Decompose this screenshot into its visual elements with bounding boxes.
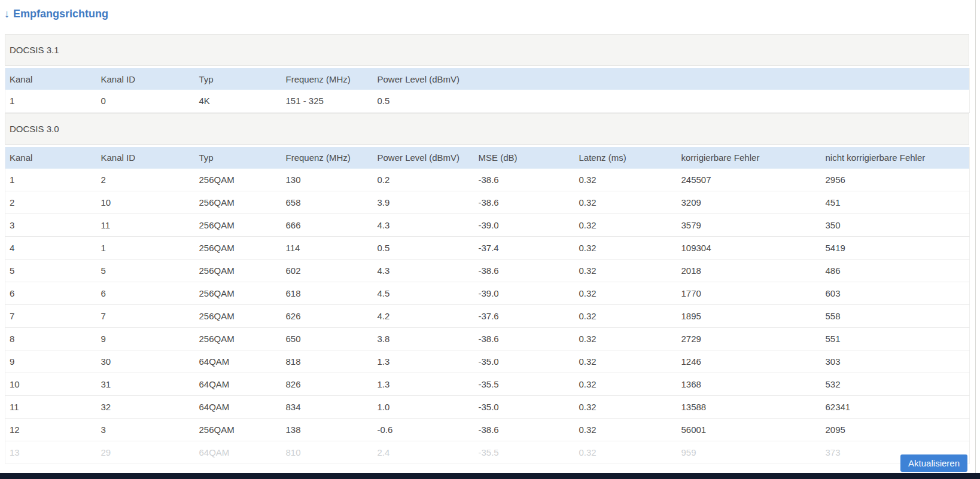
table-cell: 10 <box>97 191 195 214</box>
column-header <box>677 68 821 90</box>
table-cell: 0.32 <box>575 373 677 396</box>
table-cell: 2.4 <box>373 441 474 464</box>
table-cell: 256QAM <box>195 419 282 441</box>
column-header: nicht korrigierbare Fehler <box>821 147 970 169</box>
table-cell: 0.5 <box>373 237 474 260</box>
section-header: DOCSIS 3.1 <box>5 34 969 66</box>
column-header <box>575 68 677 90</box>
refresh-button[interactable]: Aktualisieren <box>900 454 967 472</box>
table-cell: -37.4 <box>474 237 575 260</box>
table-cell: -35.5 <box>474 441 575 464</box>
table-cell: 1895 <box>677 305 821 328</box>
table-cell: 1 <box>5 169 97 191</box>
table-cell: 62341 <box>821 396 970 419</box>
table-cell: 7 <box>5 305 97 328</box>
table-cell: 0.32 <box>575 396 677 419</box>
table-cell: 64QAM <box>195 350 282 373</box>
table-cell: -38.6 <box>474 419 575 441</box>
table-cell: 602 <box>282 260 373 282</box>
column-header: Power Level (dBmV) <box>373 147 474 169</box>
table-cell: 7 <box>97 305 195 328</box>
page-title[interactable]: ↓Empfangsrichtung <box>4 8 108 20</box>
section-header: DOCSIS 3.0 <box>5 113 969 145</box>
table-cell <box>474 90 575 112</box>
table-cell: 2 <box>97 169 195 191</box>
table-cell: 31 <box>97 373 195 396</box>
table-cell: 64QAM <box>195 373 282 396</box>
table-cell: 650 <box>282 328 373 350</box>
table-row: 113264QAM8341.0-35.00.321358862341 <box>5 396 970 419</box>
bottom-bar <box>0 473 980 479</box>
table-cell: 1246 <box>677 350 821 373</box>
table-cell: 3209 <box>677 191 821 214</box>
table-cell: 834 <box>282 396 373 419</box>
table-row: 93064QAM8181.3-35.00.321246303 <box>5 350 970 373</box>
table-cell: 4K <box>195 90 282 112</box>
table-cell: 603 <box>821 282 970 305</box>
table-row: 77256QAM6264.2-37.60.321895558 <box>5 305 970 328</box>
table-cell: 151 - 325 <box>282 90 373 112</box>
table-cell: 64QAM <box>195 396 282 419</box>
column-header: MSE (dB) <box>474 147 575 169</box>
table-cell: 2729 <box>677 328 821 350</box>
table-cell: 32 <box>97 396 195 419</box>
table-cell: 1.3 <box>373 350 474 373</box>
table-cell: -39.0 <box>474 282 575 305</box>
table-row: 12256QAM1300.2-38.60.322455072956 <box>5 169 970 191</box>
table-cell: 3 <box>97 419 195 441</box>
channel-tables: DOCSIS 3.1KanalKanal IDTypFrequenz (MHz)… <box>5 34 969 464</box>
table-cell: 5419 <box>821 237 970 260</box>
table-cell: 12 <box>5 419 97 441</box>
table-cell: 130 <box>282 169 373 191</box>
table-cell: 56001 <box>677 419 821 441</box>
table-row: 104K151 - 3250.5 <box>5 90 970 112</box>
table-cell: 0.32 <box>575 260 677 282</box>
table-cell: 551 <box>821 328 970 350</box>
table-cell: 1 <box>97 237 195 260</box>
table-row: 66256QAM6184.5-39.00.321770603 <box>5 282 970 305</box>
section-title: DOCSIS 3.0 <box>10 124 59 134</box>
table-cell: 0 <box>97 90 195 112</box>
table-cell: 4.2 <box>373 305 474 328</box>
column-header: korrigierbare Fehler <box>677 147 821 169</box>
table-cell: 11 <box>5 396 97 419</box>
table-cell: 256QAM <box>195 305 282 328</box>
table-cell: 13 <box>5 441 97 464</box>
table-cell: 3.8 <box>373 328 474 350</box>
table-cell: -39.0 <box>474 214 575 237</box>
table-cell: 0.2 <box>373 169 474 191</box>
table-cell: 256QAM <box>195 169 282 191</box>
column-header: Kanal ID <box>97 68 195 90</box>
table-row: 89256QAM6503.8-38.60.322729551 <box>5 328 970 350</box>
table-cell: 9 <box>97 328 195 350</box>
table-cell: -35.0 <box>474 396 575 419</box>
table-row: 41256QAM1140.5-37.40.321093045419 <box>5 237 970 260</box>
table-cell: 8 <box>5 328 97 350</box>
table-cell: 2095 <box>821 419 970 441</box>
table-cell: 0.32 <box>575 441 677 464</box>
channel-table: KanalKanal IDTypFrequenz (MHz)Power Leve… <box>5 147 970 465</box>
column-header: Frequenz (MHz) <box>282 68 373 90</box>
table-cell: 1.0 <box>373 396 474 419</box>
table-cell: 13588 <box>677 396 821 419</box>
table-cell: 0.32 <box>575 282 677 305</box>
table-cell: 826 <box>282 373 373 396</box>
table-cell: -38.6 <box>474 191 575 214</box>
table-cell: 5 <box>5 260 97 282</box>
table-cell: 0.32 <box>575 237 677 260</box>
table-row: 210256QAM6583.9-38.60.323209451 <box>5 191 970 214</box>
down-arrow-icon: ↓ <box>4 8 10 20</box>
table-cell: 0.32 <box>575 305 677 328</box>
table-cell: -37.6 <box>474 305 575 328</box>
table-cell: -38.6 <box>474 260 575 282</box>
table-cell: 245507 <box>677 169 821 191</box>
table-cell: 451 <box>821 191 970 214</box>
table-cell: 3 <box>5 214 97 237</box>
table-cell: 64QAM <box>195 441 282 464</box>
table-cell: 1770 <box>677 282 821 305</box>
table-cell <box>575 90 677 112</box>
table-cell: 959 <box>677 441 821 464</box>
right-border-line <box>975 0 976 479</box>
table-cell: -35.0 <box>474 350 575 373</box>
table-cell: 4.3 <box>373 260 474 282</box>
